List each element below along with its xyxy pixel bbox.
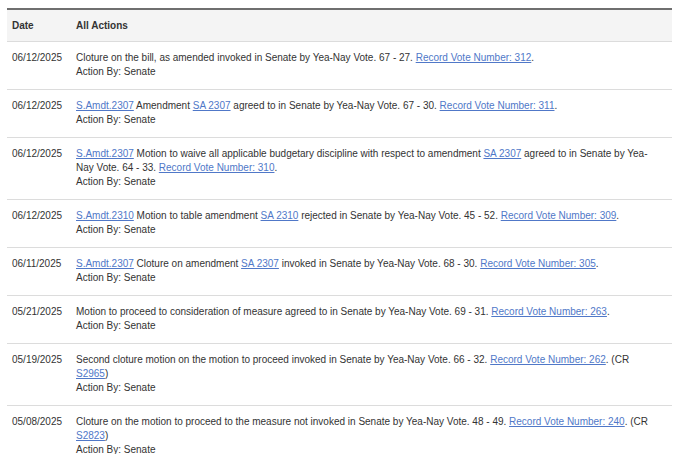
record-vote-link[interactable]: Record Vote Number: 309: [501, 210, 617, 221]
action-by: Action By: Senate: [76, 271, 664, 285]
amendment-link[interactable]: S.Amdt.2310: [76, 210, 134, 221]
action-cell: Second cloture motion on the motion to p…: [76, 353, 672, 395]
amendment-link[interactable]: S.Amdt.2307: [76, 258, 134, 269]
action-date: 05/21/2025: [7, 305, 76, 333]
action-cell: Motion to proceed to consideration of me…: [76, 305, 672, 333]
action-date: 06/12/2025: [7, 209, 76, 237]
record-vote-link[interactable]: Record Vote Number: 310: [159, 162, 275, 173]
action-by: Action By: Senate: [76, 319, 664, 333]
table-header-row: Date All Actions: [7, 10, 672, 42]
action-by: Action By: Senate: [76, 223, 664, 237]
action-cell: S.Amdt.2307 Cloture on amendment SA 2307…: [76, 257, 672, 285]
action-date: 05/08/2025: [7, 415, 76, 454]
all-actions-table: Date All Actions 06/12/2025 Cloture on t…: [7, 8, 672, 454]
congressional-record-link[interactable]: S2965: [76, 368, 105, 379]
amendment-link[interactable]: S.Amdt.2307: [76, 148, 134, 159]
action-date: 06/12/2025: [7, 51, 76, 79]
amendment-link[interactable]: SA 2307: [483, 148, 521, 159]
table-row: 06/11/2025 S.Amdt.2307 Cloture on amendm…: [7, 248, 672, 296]
congressional-record-link[interactable]: S2823: [76, 430, 105, 441]
action-cell: S.Amdt.2310 Motion to table amendment SA…: [76, 209, 672, 237]
action-text: Cloture on the bill, as amended invoked …: [76, 51, 664, 65]
record-vote-link[interactable]: Record Vote Number: 240: [509, 416, 625, 427]
table-row: 06/12/2025 S.Amdt.2310 Motion to table a…: [7, 200, 672, 248]
amendment-link[interactable]: SA 2307: [193, 100, 231, 111]
action-date: 05/19/2025: [7, 353, 76, 395]
record-vote-link[interactable]: Record Vote Number: 263: [491, 306, 607, 317]
action-cell: S.Amdt.2307 Motion to waive all applicab…: [76, 147, 672, 189]
action-text: Motion to proceed to consideration of me…: [76, 305, 664, 319]
table-row: 05/21/2025 Motion to proceed to consider…: [7, 296, 672, 344]
action-by: Action By: Senate: [76, 65, 664, 79]
action-text: Second cloture motion on the motion to p…: [76, 353, 664, 381]
action-cell: Cloture on the bill, as amended invoked …: [76, 51, 672, 79]
record-vote-link[interactable]: Record Vote Number: 305: [480, 258, 596, 269]
action-text: Cloture on the motion to proceed to the …: [76, 415, 664, 443]
table-row: 05/08/2025 Cloture on the motion to proc…: [7, 406, 672, 454]
action-text: S.Amdt.2307 Cloture on amendment SA 2307…: [76, 257, 664, 271]
column-header-all-actions: All Actions: [76, 19, 672, 33]
action-text: S.Amdt.2310 Motion to table amendment SA…: [76, 209, 664, 223]
table-row: 06/12/2025 Cloture on the bill, as amend…: [7, 42, 672, 90]
amendment-link[interactable]: SA 2307: [241, 258, 279, 269]
column-header-date: Date: [7, 19, 76, 33]
action-text: S.Amdt.2307 Amendment SA 2307 agreed to …: [76, 99, 664, 113]
action-date: 06/11/2025: [7, 257, 76, 285]
table-row: 06/12/2025 S.Amdt.2307 Amendment SA 2307…: [7, 90, 672, 138]
action-cell: Cloture on the motion to proceed to the …: [76, 415, 672, 454]
action-by: Action By: Senate: [76, 113, 664, 127]
record-vote-link[interactable]: Record Vote Number: 262: [490, 354, 606, 365]
action-date: 06/12/2025: [7, 147, 76, 189]
record-vote-link[interactable]: Record Vote Number: 312: [416, 52, 532, 63]
amendment-link[interactable]: S.Amdt.2307: [76, 100, 134, 111]
table-row: 06/12/2025 S.Amdt.2307 Motion to waive a…: [7, 138, 672, 200]
action-by: Action By: Senate: [76, 443, 664, 454]
action-text: S.Amdt.2307 Motion to waive all applicab…: [76, 147, 664, 175]
amendment-link[interactable]: SA 2310: [261, 210, 299, 221]
table-body: 06/12/2025 Cloture on the bill, as amend…: [7, 42, 672, 454]
action-date: 06/12/2025: [7, 99, 76, 127]
action-cell: S.Amdt.2307 Amendment SA 2307 agreed to …: [76, 99, 672, 127]
table-row: 05/19/2025 Second cloture motion on the …: [7, 344, 672, 406]
action-by: Action By: Senate: [76, 175, 664, 189]
record-vote-link[interactable]: Record Vote Number: 311: [440, 100, 555, 111]
action-by: Action By: Senate: [76, 381, 664, 395]
